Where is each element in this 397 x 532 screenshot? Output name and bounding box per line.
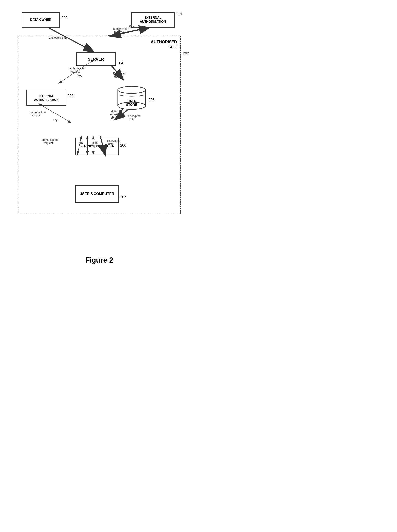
svg-text:data: data [111,110,117,113]
svg-text:authorisation: authorisation [113,27,129,30]
svg-text:data: data [129,118,134,121]
svg-text:request: request [110,113,119,116]
svg-text:authorisation: authorisation [69,67,85,70]
svg-text:authorisation: authorisation [30,110,46,114]
svg-text:Key: Key [129,25,134,28]
svg-text:data: data [92,141,98,144]
svg-text:request: request [44,141,53,145]
svg-text:Encrypted: Encrypted [107,139,120,142]
svg-text:Key: Key [53,118,57,122]
svg-line-32 [77,136,81,155]
svg-text:Encrypted data: Encrypted data [49,36,67,39]
figure-caption: Figure 2 [10,256,189,264]
svg-text:request: request [31,114,41,117]
arrows-svg: Encrypted data authorisation request Key… [10,6,189,244]
svg-text:Key: Key [78,141,83,144]
svg-text:Encrypted: Encrypted [113,72,126,75]
svg-line-8 [49,28,93,52]
svg-text:data: data [114,75,119,78]
svg-text:Encrypted: Encrypted [128,115,141,118]
diagram-container: DATA OWNER 200 EXTERNAL AUTHORISATION 20… [10,6,189,264]
svg-text:authorisation: authorisation [42,138,58,141]
svg-text:request: request [70,70,80,73]
svg-line-40 [100,136,105,155]
svg-text:data: data [108,142,113,146]
svg-text:request: request [91,144,100,148]
svg-text:Key: Key [77,74,82,77]
